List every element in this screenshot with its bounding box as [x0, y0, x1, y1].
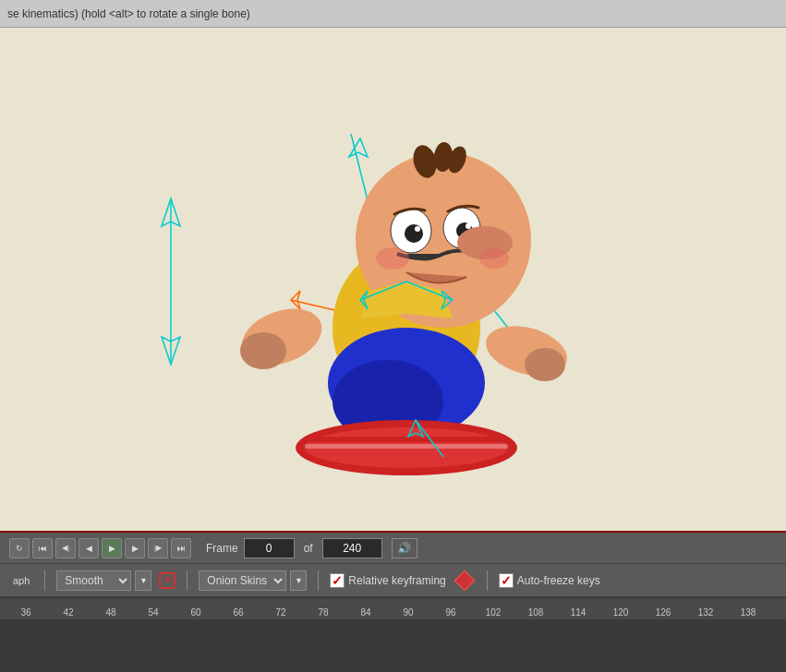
timeline-ruler: 3642485460667278849096102108114120126132…: [0, 597, 786, 619]
svg-point-27: [415, 226, 420, 232]
canvas-area: [0, 28, 786, 531]
character-illustration: [120, 78, 582, 494]
keyframe-diamond-icon: [453, 570, 475, 591]
smooth-option: Smooth Linear Ease In Ease Out ▼: [56, 570, 151, 591]
frame-input[interactable]: [244, 538, 295, 558]
step-back-button[interactable]: ◀: [79, 538, 99, 558]
svg-point-30: [376, 247, 409, 270]
disable-button[interactable]: ✕: [159, 572, 175, 589]
svg-marker-4: [349, 138, 368, 157]
relative-keyframing-label: Relative keyframing: [348, 574, 445, 587]
transport-controls: ↻ ⏮ ◀| ◀ ▶ ▶ |▶ ⏭: [9, 538, 191, 558]
ruler-tick: 84: [345, 607, 387, 618]
transport-bar: ↻ ⏮ ◀| ◀ ▶ ▶ |▶ ⏭ Frame of 🔊: [0, 531, 786, 564]
play-button[interactable]: ▶: [102, 538, 122, 558]
svg-point-33: [240, 332, 286, 369]
ruler-tick: 36: [5, 607, 47, 618]
svg-line-3: [351, 134, 369, 208]
ruler-tick: 48: [90, 607, 132, 618]
ruler-tick: 126: [642, 607, 684, 618]
loop-button[interactable]: ↻: [9, 538, 30, 558]
ruler-tick: 102: [472, 607, 514, 618]
audio-button[interactable]: 🔊: [392, 538, 417, 558]
ruler-tick: 72: [260, 607, 302, 618]
smooth-select[interactable]: Smooth Linear Ease In Ease Out: [56, 570, 131, 591]
ruler-tick: 78: [302, 607, 345, 618]
ruler-tick: 138: [727, 607, 769, 618]
relative-keyframing-check: ✓: [332, 574, 343, 587]
relative-keyframing-checkbox[interactable]: ✓: [330, 573, 345, 588]
separator-4: [487, 570, 488, 591]
smooth-dropdown-arrow[interactable]: ▼: [135, 570, 151, 591]
options-bar: aph Smooth Linear Ease In Ease Out ▼ ✕ O…: [0, 564, 786, 597]
auto-freeze-checkbox[interactable]: ✓: [499, 573, 514, 588]
auto-freeze-option: ✓ Auto-freeze keys: [499, 573, 600, 588]
skip-start-button[interactable]: ⏮: [32, 538, 53, 558]
ruler-tick: 96: [429, 607, 472, 618]
onion-skins-dropdown-arrow[interactable]: ▼: [290, 570, 307, 591]
status-text: se kinematics) (hold <alt> to rotate a s…: [7, 7, 250, 20]
onion-skins-option: Onion Skins Off 2 3 ▼: [199, 570, 307, 591]
relative-keyframing-option: ✓ Relative keyframing: [330, 573, 445, 588]
total-frames-input[interactable]: [322, 538, 382, 558]
onion-skins-select[interactable]: Onion Skins Off 2 3: [199, 570, 286, 591]
svg-point-28: [466, 223, 471, 229]
ruler-ticks: 3642485460667278849096102108114120126132…: [0, 598, 786, 619]
ruler-tick: 120: [599, 607, 642, 618]
separator-2: [187, 570, 187, 591]
ruler-tick: 132: [684, 607, 727, 618]
ruler-tick: 90: [387, 607, 429, 618]
prev-keyframe-button[interactable]: ◀|: [55, 538, 76, 558]
svg-point-25: [405, 224, 423, 243]
ruler-tick: 108: [514, 607, 557, 618]
next-keyframe-button[interactable]: |▶: [148, 538, 168, 558]
of-label: of: [304, 542, 313, 555]
svg-rect-18: [305, 444, 508, 449]
ruler-tick: 42: [47, 607, 90, 618]
step-fwd-button[interactable]: ▶: [125, 538, 145, 558]
ruler-tick: 60: [175, 607, 217, 618]
auto-freeze-label: Auto-freeze keys: [517, 574, 600, 587]
svg-rect-17: [305, 437, 508, 442]
frame-label: Frame: [206, 542, 238, 555]
svg-point-35: [525, 348, 565, 381]
ruler-tick: 114: [557, 607, 599, 618]
ruler-tick: 54: [132, 607, 175, 618]
status-bar: se kinematics) (hold <alt> to rotate a s…: [0, 0, 786, 28]
auto-freeze-check: ✓: [501, 574, 512, 587]
svg-point-31: [479, 248, 509, 269]
separator-3: [318, 570, 319, 591]
skip-end-button[interactable]: ⏭: [171, 538, 191, 558]
graph-label: aph: [9, 573, 33, 588]
ruler-tick: 66: [217, 607, 260, 618]
separator-1: [44, 570, 45, 591]
